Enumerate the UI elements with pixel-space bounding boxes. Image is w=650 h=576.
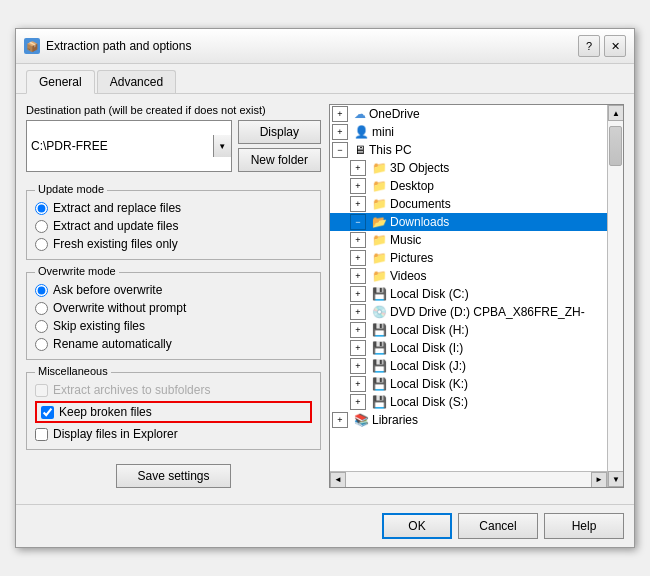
misc-display-explorer[interactable]: Display files in Explorer: [35, 427, 312, 441]
expand-mini[interactable]: +: [332, 124, 348, 140]
tree-item-disk-s[interactable]: + 💾 Local Disk (S:): [330, 393, 607, 411]
update-fresh-only[interactable]: Fresh existing files only: [35, 237, 312, 251]
spacer-downloads: [332, 214, 348, 230]
expand-music[interactable]: +: [350, 232, 366, 248]
expand-videos[interactable]: +: [350, 268, 366, 284]
update-replace-radio[interactable]: [35, 202, 48, 215]
overwrite-rename-radio[interactable]: [35, 338, 48, 351]
misc-keep-broken[interactable]: Keep broken files: [41, 405, 152, 419]
update-extract-update[interactable]: Extract and update files: [35, 219, 312, 233]
destination-section: Destination path (will be created if doe…: [26, 104, 321, 178]
help-bottom-button[interactable]: Help: [544, 513, 624, 539]
tree-item-3dobjects[interactable]: + 📁 3D Objects: [330, 159, 607, 177]
overwrite-without-prompt[interactable]: Overwrite without prompt: [35, 301, 312, 315]
expand-disk-k[interactable]: +: [350, 376, 366, 392]
tabs-row: General Advanced: [16, 64, 634, 94]
tree-item-disk-k[interactable]: + 💾 Local Disk (K:): [330, 375, 607, 393]
display-button[interactable]: Display: [238, 120, 321, 144]
expand-onedrive[interactable]: +: [332, 106, 348, 122]
scroll-left-arrow[interactable]: ◄: [330, 472, 346, 488]
tree-item-disk-i[interactable]: + 💾 Local Disk (I:): [330, 339, 607, 357]
tree-item-disk-h[interactable]: + 💾 Local Disk (H:): [330, 321, 607, 339]
overwrite-skip-radio[interactable]: [35, 320, 48, 333]
tree-item-downloads[interactable]: − 📂 Downloads: [330, 213, 607, 231]
spacer-disk-h: [332, 322, 348, 338]
update-extract-replace[interactable]: Extract and replace files: [35, 201, 312, 215]
scroll-up-arrow[interactable]: ▲: [608, 105, 624, 121]
tree-item-libraries[interactable]: + 📚 Libraries: [330, 411, 607, 429]
update-update-radio[interactable]: [35, 220, 48, 233]
tree-item-disk-j[interactable]: + 💾 Local Disk (J:): [330, 357, 607, 375]
tab-advanced[interactable]: Advanced: [97, 70, 176, 93]
right-panel: + ☁ OneDrive + 👤 mini − 🖥 This PC: [329, 104, 624, 488]
expand-desktop[interactable]: +: [350, 178, 366, 194]
folder-videos-icon: 📁: [372, 269, 387, 283]
tree-item-desktop[interactable]: + 📁 Desktop: [330, 177, 607, 195]
expand-thispc[interactable]: −: [332, 142, 348, 158]
expand-disk-s[interactable]: +: [350, 394, 366, 410]
tree-item-thispc[interactable]: − 🖥 This PC: [330, 141, 607, 159]
overwrite-rename[interactable]: Rename automatically: [35, 337, 312, 351]
expand-documents[interactable]: +: [350, 196, 366, 212]
tree-item-videos[interactable]: + 📁 Videos: [330, 267, 607, 285]
save-row: Save settings: [26, 464, 321, 488]
misc-keep-broken-wrap: Keep broken files: [35, 401, 312, 423]
expand-disk-j[interactable]: +: [350, 358, 366, 374]
display-explorer-check[interactable]: [35, 428, 48, 441]
horiz-track: [346, 472, 591, 487]
tree-item-documents[interactable]: + 📁 Documents: [330, 195, 607, 213]
expand-disk-h[interactable]: +: [350, 322, 366, 338]
expand-dvd[interactable]: +: [350, 304, 366, 320]
tree-scrollbar[interactable]: ▲ ▼: [607, 105, 623, 487]
overwrite-ask[interactable]: Ask before overwrite: [35, 283, 312, 297]
close-button[interactable]: ✕: [604, 35, 626, 57]
tree-item-mini[interactable]: + 👤 mini: [330, 123, 607, 141]
dvd-label: DVD Drive (D:) CPBA_X86FRE_ZH-: [390, 305, 585, 319]
disk-j-label: Local Disk (J:): [390, 359, 466, 373]
cancel-button[interactable]: Cancel: [458, 513, 538, 539]
ok-button[interactable]: OK: [382, 513, 452, 539]
expand-libraries[interactable]: +: [332, 412, 348, 428]
tree-container: + ☁ OneDrive + 👤 mini − 🖥 This PC: [329, 104, 624, 488]
destination-input[interactable]: [27, 137, 213, 155]
3dobjects-label: 3D Objects: [390, 161, 449, 175]
scroll-right-arrow[interactable]: ►: [591, 472, 607, 488]
update-fresh-radio[interactable]: [35, 238, 48, 251]
scroll-down-arrow[interactable]: ▼: [608, 471, 624, 487]
dropdown-arrow[interactable]: ▼: [213, 135, 231, 157]
new-folder-button[interactable]: New folder: [238, 148, 321, 172]
dialog-title: Extraction path and options: [46, 39, 191, 53]
spacer-3d: [332, 160, 348, 176]
extract-subfolders-check: [35, 384, 48, 397]
title-bar-buttons: ? ✕: [578, 35, 626, 57]
documents-label: Documents: [390, 197, 451, 211]
expand-disk-c[interactable]: +: [350, 286, 366, 302]
tree-item-music[interactable]: + 📁 Music: [330, 231, 607, 249]
overwrite-skip[interactable]: Skip existing files: [35, 319, 312, 333]
tree-item-disk-c[interactable]: + 💾 Local Disk (C:): [330, 285, 607, 303]
overwrite-ask-radio[interactable]: [35, 284, 48, 297]
onedrive-icon: ☁: [354, 107, 366, 121]
keep-broken-check[interactable]: [41, 406, 54, 419]
miscellaneous-title: Miscellaneous: [35, 365, 111, 377]
expand-pictures[interactable]: +: [350, 250, 366, 266]
spacer-disk-i: [332, 340, 348, 356]
expand-disk-i[interactable]: +: [350, 340, 366, 356]
expand-downloads[interactable]: −: [350, 214, 366, 230]
overwrite-prompt-radio[interactable]: [35, 302, 48, 315]
tree-item-onedrive[interactable]: + ☁ OneDrive: [330, 105, 607, 123]
update-mode-title: Update mode: [35, 183, 107, 195]
music-label: Music: [390, 233, 421, 247]
expand-3d[interactable]: +: [350, 160, 366, 176]
tree-item-dvd[interactable]: + 💿 DVD Drive (D:) CPBA_X86FRE_ZH-: [330, 303, 607, 321]
horiz-scrollbar[interactable]: ◄ ►: [330, 471, 607, 487]
tab-general[interactable]: General: [26, 70, 95, 94]
mini-icon: 👤: [354, 125, 369, 139]
help-button[interactable]: ?: [578, 35, 600, 57]
tree-scroll[interactable]: + ☁ OneDrive + 👤 mini − 🖥 This PC: [330, 105, 607, 445]
save-settings-button[interactable]: Save settings: [116, 464, 230, 488]
destination-input-wrap: ▼: [26, 120, 232, 172]
disk-k-label: Local Disk (K:): [390, 377, 468, 391]
scroll-thumb[interactable]: [609, 126, 622, 166]
tree-item-pictures[interactable]: + 📁 Pictures: [330, 249, 607, 267]
